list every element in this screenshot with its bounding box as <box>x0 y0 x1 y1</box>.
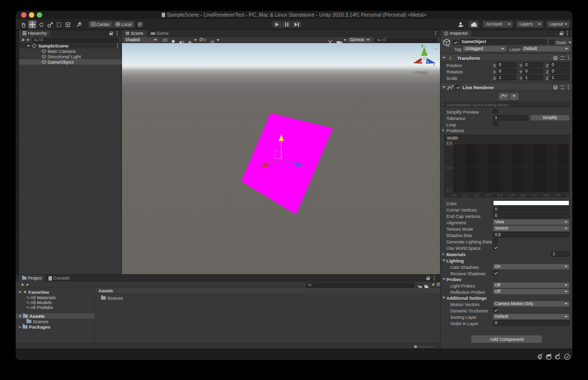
tab-hierarchy[interactable]: Hierarchy <box>19 30 50 37</box>
lighting-foldout-icon[interactable] <box>442 260 445 261</box>
cast-shadows-dropdown[interactable]: On <box>493 264 569 269</box>
scene-kebab-menu-icon[interactable] <box>435 33 436 34</box>
effects-dropdown-icon[interactable] <box>194 39 197 41</box>
create-object-button[interactable]: + <box>22 37 24 43</box>
loop-checkbox[interactable] <box>493 121 498 126</box>
static-checkbox[interactable] <box>549 40 554 45</box>
hierarchy-row-camera[interactable]: Main Camera <box>19 48 122 54</box>
transform-foldout-icon[interactable] <box>442 57 445 59</box>
auto-generate-lighting-icon[interactable] <box>537 353 543 359</box>
step-button[interactable] <box>292 21 301 28</box>
static-dropdown-icon[interactable] <box>568 42 571 44</box>
position-z-field[interactable]: 0 <box>550 62 569 68</box>
scale-x-field[interactable]: 1 <box>497 75 516 80</box>
tab-scene[interactable]: Scene <box>122 30 147 37</box>
transform-header[interactable]: Transform ? <box>441 53 572 61</box>
grid-dropdown-icon[interactable] <box>217 39 220 41</box>
tree-row-scenes[interactable]: Scenes <box>16 319 95 324</box>
scale-z-field[interactable]: 1 <box>550 75 569 80</box>
gameobject-name-field[interactable]: GameObject <box>460 39 547 45</box>
use-world-space-checkbox[interactable] <box>493 245 498 250</box>
simplify-preview-checkbox[interactable] <box>493 109 498 114</box>
add-component-button[interactable]: Add Component <box>471 335 542 343</box>
tree-row-favorites[interactable]: ★ Favorites <box>16 289 95 295</box>
line-renderer-enabled-checkbox[interactable] <box>455 85 460 90</box>
packages-foldout-icon[interactable] <box>19 326 21 329</box>
position-x-field[interactable]: 0 <box>497 62 516 68</box>
line-renderer-presets-icon[interactable] <box>561 86 564 89</box>
transform-tool-button[interactable] <box>64 21 72 28</box>
icon-dropdown-arrow[interactable] <box>447 46 449 47</box>
scene-visibility-button[interactable]: ∅ 0 <box>199 38 206 42</box>
transform-help-icon[interactable]: ? <box>553 56 558 60</box>
color-gradient-field[interactable] <box>493 200 569 206</box>
favorites-filter-icon[interactable]: ★ <box>431 283 435 287</box>
project-kebab-icon[interactable] <box>434 278 435 279</box>
scale-y-field[interactable]: 1 <box>523 75 543 80</box>
reflection-probes-dropdown[interactable]: Off <box>493 289 569 294</box>
texture-mode-dropdown[interactable]: Stretch <box>493 226 569 231</box>
tab-inspector[interactable]: Inspector <box>441 30 471 37</box>
move-tool-button[interactable] <box>28 21 36 28</box>
probes-foldout-icon[interactable] <box>442 278 445 280</box>
tag-dropdown[interactable]: Untagged <box>463 46 506 51</box>
axis-center-sphere[interactable] <box>422 56 427 61</box>
toggle-2d-button[interactable]: 2D <box>162 38 168 43</box>
hierarchy-row-light[interactable]: Directional Light <box>19 54 122 59</box>
pivot-center-button[interactable]: Center <box>88 21 113 28</box>
project-create-button[interactable]: + <box>21 282 24 287</box>
cache-server-icon[interactable] <box>546 353 552 359</box>
collab-button[interactable] <box>456 21 466 28</box>
materials-count-field[interactable]: 1 <box>551 251 569 257</box>
tab-console[interactable]: Console <box>45 275 73 282</box>
end-cap-vertices-field[interactable]: 0 <box>493 213 569 218</box>
line-renderer-header[interactable]: Line Renderer ? <box>441 83 572 91</box>
tree-row-all-prefabs[interactable]: All Prefabs <box>16 305 95 310</box>
grid-snap-button[interactable] <box>136 21 144 28</box>
tolerance-field[interactable]: 1 <box>493 115 528 120</box>
line-renderer-help-icon[interactable]: ? <box>553 85 558 90</box>
position-y-field[interactable]: 0 <box>523 62 543 68</box>
thumbnail-size-slider-knob[interactable] <box>414 345 417 348</box>
assets-foldout-icon[interactable] <box>19 315 22 317</box>
project-search-input[interactable] <box>306 283 415 287</box>
inspector-kebab-icon[interactable] <box>567 33 568 34</box>
custom-tool-button[interactable] <box>74 21 82 28</box>
tab-game[interactable]: Game <box>147 30 172 37</box>
order-in-layer-field[interactable]: 0 <box>493 320 569 326</box>
pivot-local-button[interactable]: Local <box>113 21 135 28</box>
additional-settings-foldout-icon[interactable] <box>442 297 445 299</box>
inspector-lock-icon[interactable] <box>560 33 563 35</box>
materials-foldout-icon[interactable] <box>442 253 444 256</box>
add-point-button[interactable]: + <box>510 93 518 100</box>
hand-tool-button[interactable] <box>20 21 27 28</box>
refresh-status-icon[interactable] <box>555 353 561 359</box>
thumbnail-size-slider-track[interactable] <box>416 347 434 348</box>
alignment-dropdown[interactable]: View <box>493 219 569 225</box>
scene-search-input[interactable]: All <box>375 38 438 43</box>
simplify-button[interactable]: Simplify <box>531 115 569 120</box>
scale-tool-button[interactable] <box>46 21 54 28</box>
receive-shadows-checkbox[interactable] <box>493 270 498 275</box>
foldout-open-icon[interactable] <box>27 45 30 47</box>
account-dropdown[interactable]: Account <box>483 21 513 28</box>
line-renderer-foldout-icon[interactable] <box>442 86 445 88</box>
edit-points-button[interactable] <box>499 93 509 100</box>
project-create-dropdown-icon[interactable] <box>26 284 29 286</box>
width-curve-editor[interactable]: Width 1.0 0.5 0.0 0.0 0.1 0.2 0.3 0.4 <box>444 135 570 197</box>
gameobject-active-checkbox[interactable] <box>453 40 458 45</box>
transform-presets-icon[interactable] <box>561 56 564 60</box>
tab-project[interactable]: Project <box>19 275 45 282</box>
layout-dropdown[interactable]: Layout <box>546 21 570 28</box>
camera-dropdown-icon[interactable] <box>343 39 346 41</box>
project-lock-icon[interactable] <box>426 278 430 280</box>
rotation-y-field[interactable]: 0 <box>523 69 543 74</box>
content-item-scenes[interactable]: Scenes <box>95 295 440 301</box>
line-renderer-quad[interactable] <box>241 113 333 214</box>
check-circle-icon[interactable] <box>564 353 570 360</box>
axis-x-cone[interactable] <box>413 58 422 64</box>
kebab-menu-icon[interactable] <box>117 33 118 34</box>
tree-row-assets[interactable]: Assets <box>16 313 95 319</box>
persp-label[interactable]: < Persp <box>413 70 428 75</box>
shading-mode-dropdown[interactable]: Shaded <box>123 37 159 43</box>
